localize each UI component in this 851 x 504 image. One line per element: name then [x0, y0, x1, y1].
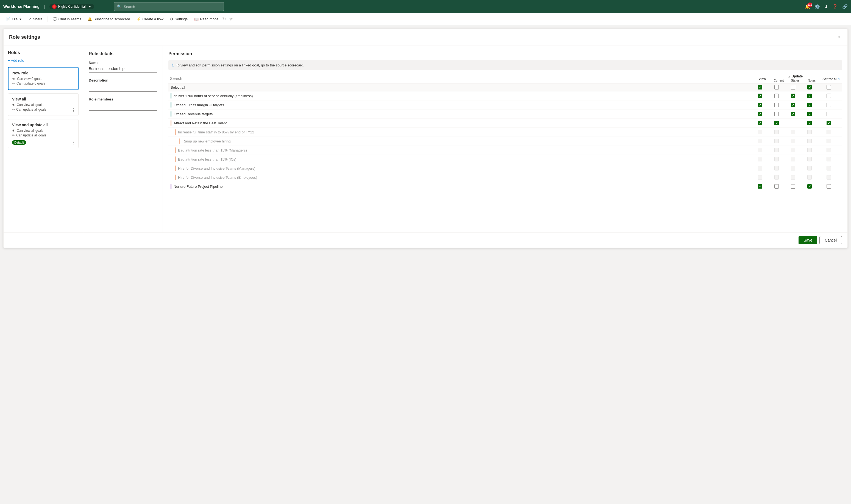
goal-status-col-2[interactable] — [785, 112, 801, 116]
goal-notes-checkbox-10[interactable] — [807, 184, 812, 188]
goal-view-checkbox-10[interactable] — [758, 184, 762, 188]
role-card-more-button-1[interactable]: ⋮ — [71, 108, 75, 113]
goal-set-col-10[interactable] — [818, 184, 840, 188]
close-button[interactable]: × — [837, 33, 842, 41]
role-card-2[interactable]: View and update all 👁 Can view all goals… — [8, 119, 79, 148]
name-field-value[interactable]: Business Leadership — [89, 67, 157, 73]
goal-notes-col-3[interactable] — [801, 121, 818, 125]
refresh-icon[interactable]: ↻ — [222, 16, 226, 22]
goal-set-checkbox-10[interactable] — [827, 184, 831, 188]
role-card-more-button-2[interactable]: ⋮ — [71, 140, 75, 145]
goal-status-checkbox-5 — [791, 139, 795, 143]
goal-status-col-3[interactable] — [785, 121, 801, 125]
subscribe-button[interactable]: 🔔 Subscribe to scorecard — [85, 16, 133, 22]
search-input[interactable] — [124, 5, 221, 9]
goal-view-checkbox-0[interactable] — [758, 94, 762, 98]
role-card-0[interactable]: New role 👁 Can view 0 goals ✏ Can update… — [8, 67, 79, 90]
select-all-current-checkbox[interactable] — [774, 85, 779, 89]
goal-current-checkbox-3[interactable] — [774, 121, 779, 125]
cancel-button[interactable]: Cancel — [819, 236, 842, 244]
goal-view-checkbox-2[interactable] — [758, 112, 762, 116]
settings-button[interactable]: ⚙ Settings — [167, 16, 190, 22]
members-field-value[interactable] — [89, 103, 157, 111]
goal-notes-checkbox-0[interactable] — [807, 94, 812, 98]
goal-status-checkbox-2[interactable] — [791, 112, 795, 116]
permission-search-input[interactable] — [168, 75, 237, 82]
save-button[interactable]: Save — [799, 236, 817, 244]
download-icon[interactable]: ⬇ — [824, 4, 828, 9]
goal-notes-checkbox-2[interactable] — [807, 112, 812, 116]
goal-set-checkbox-0[interactable] — [827, 94, 831, 98]
select-all-notes-checkbox[interactable] — [807, 85, 812, 89]
goal-current-col-1[interactable] — [768, 103, 785, 107]
goal-status-col-1[interactable] — [785, 103, 801, 107]
select-all-status-check[interactable] — [785, 85, 801, 89]
goal-current-col-2[interactable] — [768, 112, 785, 116]
goal-current-checkbox-1[interactable] — [774, 103, 779, 107]
goal-view-col-10[interactable] — [752, 184, 768, 188]
goal-set-checkbox-2[interactable] — [827, 112, 831, 116]
goal-status-checkbox-3[interactable] — [791, 121, 795, 125]
add-role-button[interactable]: + Add role — [8, 58, 24, 62]
settings-icon[interactable]: ⚙️ — [815, 4, 820, 9]
select-all-set-checkbox[interactable] — [827, 85, 831, 89]
goal-current-checkbox-9 — [774, 175, 779, 180]
goal-notes-col-0[interactable] — [801, 94, 818, 98]
star-icon[interactable]: ☆ — [229, 16, 233, 22]
goal-current-col-10[interactable] — [768, 184, 785, 188]
goal-view-col-2[interactable] — [752, 112, 768, 116]
goal-status-checkbox-1[interactable] — [791, 103, 795, 107]
read-mode-icon: 📖 — [194, 17, 198, 21]
goal-set-col-3[interactable] — [818, 121, 840, 125]
select-all-current-check[interactable] — [768, 85, 785, 89]
goal-set-checkbox-3[interactable] — [827, 121, 831, 125]
chevron-down-icon[interactable]: ▼ — [88, 5, 91, 8]
goal-set-col-1[interactable] — [818, 103, 840, 107]
goal-current-checkbox-0[interactable] — [774, 94, 779, 98]
file-button[interactable]: 📄 File ▼ — [3, 16, 25, 22]
goal-current-col-0[interactable] — [768, 94, 785, 98]
notification-icon[interactable]: 🔔 119 — [804, 4, 810, 9]
create-flow-button[interactable]: ⚡ Create a flow — [134, 16, 166, 22]
chat-in-teams-button[interactable]: 💬 Chat in Teams — [50, 16, 84, 22]
goal-view-checkbox-3[interactable] — [758, 121, 762, 125]
goal-set-col-4 — [818, 130, 840, 134]
goal-set-checkbox-1[interactable] — [827, 103, 831, 107]
goal-view-checkbox-1[interactable] — [758, 103, 762, 107]
goal-current-col-3[interactable] — [768, 121, 785, 125]
goal-notes-checkbox-1[interactable] — [807, 103, 812, 107]
goal-set-col-2[interactable] — [818, 112, 840, 116]
goal-current-checkbox-2[interactable] — [774, 112, 779, 116]
goal-status-col-10[interactable] — [785, 184, 801, 188]
search-bar[interactable]: 🔍 — [114, 2, 224, 11]
role-card-more-button-0[interactable]: ⋮ — [71, 82, 75, 87]
goal-view-col-3[interactable] — [752, 121, 768, 125]
goal-notes-col-10[interactable] — [801, 184, 818, 188]
role-card-view-2: 👁 Can view all goals — [12, 129, 74, 132]
goal-view-col-0[interactable] — [752, 94, 768, 98]
goal-view-col-1[interactable] — [752, 103, 768, 107]
role-card-1[interactable]: View all 👁 Can view all goals ✏ Can upda… — [8, 93, 79, 116]
select-all-view-check[interactable] — [752, 85, 768, 89]
goal-set-col-0[interactable] — [818, 94, 840, 98]
help-icon[interactable]: ❓ — [832, 4, 838, 9]
goal-status-checkbox-0[interactable] — [791, 94, 795, 98]
goal-rows-container: deliver 1700 hours of service annually (… — [168, 91, 842, 191]
read-mode-button[interactable]: 📖 Read mode — [191, 16, 221, 22]
goal-notes-checkbox-3[interactable] — [807, 121, 812, 125]
select-all-notes-check[interactable] — [801, 85, 818, 89]
select-all-view-checkbox[interactable] — [758, 85, 762, 89]
role-settings-modal: Role settings × Roles + Add role New rol… — [3, 29, 848, 248]
goal-current-checkbox-10[interactable] — [774, 184, 779, 188]
current-subheader: Current — [770, 79, 787, 82]
apps-icon[interactable]: 🔗 — [842, 4, 848, 9]
description-field-value[interactable] — [89, 84, 157, 92]
select-all-set-check[interactable] — [818, 85, 840, 89]
settings-icon: ⚙ — [170, 17, 173, 21]
goal-notes-col-1[interactable] — [801, 103, 818, 107]
goal-status-checkbox-10[interactable] — [791, 184, 795, 188]
goal-status-col-0[interactable] — [785, 94, 801, 98]
share-button[interactable]: ↗ Share — [26, 16, 45, 22]
goal-notes-col-2[interactable] — [801, 112, 818, 116]
select-all-status-checkbox[interactable] — [791, 85, 795, 89]
